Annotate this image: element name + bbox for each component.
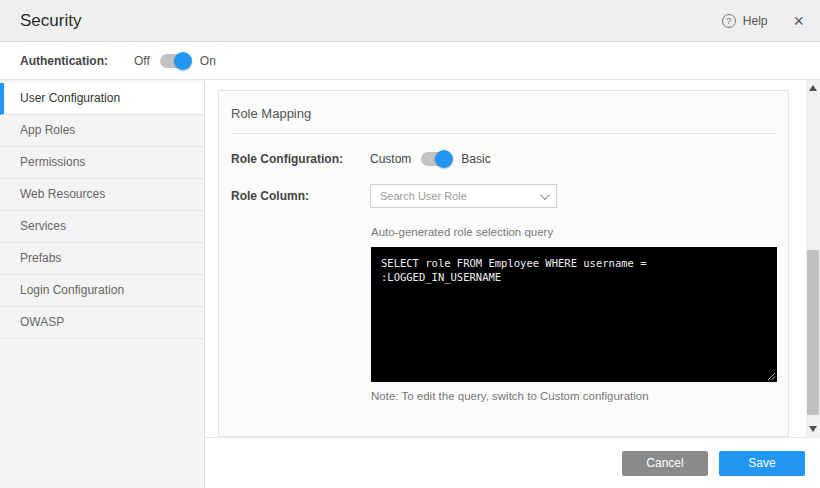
footer-actions: Cancel Save: [205, 437, 820, 488]
role-column-placeholder: Search User Role: [380, 190, 467, 202]
query-block: Auto-generated role selection query SELE…: [371, 226, 776, 402]
role-column-row: Role Column: Search User Role: [231, 184, 776, 208]
section-divider: [231, 133, 776, 134]
body: User Configuration App Roles Permissions…: [0, 80, 820, 488]
main-panel: Role Mapping Role Configuration: Custom …: [205, 80, 820, 488]
query-textarea[interactable]: SELECT role FROM Employee WHERE username…: [371, 247, 777, 382]
authentication-toggle-knob: [174, 52, 192, 70]
window-header: Security ? Help ×: [0, 0, 820, 42]
cancel-button[interactable]: Cancel: [622, 451, 708, 476]
sidebar-item-owasp[interactable]: OWASP: [0, 307, 204, 339]
query-note: Note: To edit the query, switch to Custo…: [371, 390, 776, 402]
sidebar-item-app-roles[interactable]: App Roles: [0, 115, 204, 147]
chevron-down-icon: [540, 190, 550, 200]
role-configuration-toggle-knob: [435, 150, 453, 168]
scroll-down-icon[interactable]: [809, 426, 817, 432]
scroll-up-icon[interactable]: [809, 85, 817, 91]
authentication-toggle[interactable]: [160, 54, 190, 68]
authentication-label: Authentication:: [20, 54, 108, 68]
sidebar-item-services[interactable]: Services: [0, 211, 204, 243]
role-mapping-card: Role Mapping Role Configuration: Custom …: [218, 90, 789, 437]
custom-option-label: Custom: [370, 152, 411, 166]
role-configuration-label: Role Configuration:: [231, 152, 370, 166]
role-configuration-toggle-group: Custom Basic: [370, 152, 491, 166]
sidebar: User Configuration App Roles Permissions…: [0, 80, 205, 488]
help-button[interactable]: ? Help: [722, 14, 768, 28]
authentication-bar: Authentication: Off On: [0, 42, 820, 80]
role-configuration-toggle[interactable]: [421, 152, 451, 166]
sidebar-item-login-configuration[interactable]: Login Configuration: [0, 275, 204, 307]
query-caption: Auto-generated role selection query: [371, 226, 776, 238]
scrollbar-thumb[interactable]: [807, 250, 819, 415]
sidebar-item-web-resources[interactable]: Web Resources: [0, 179, 204, 211]
role-configuration-row: Role Configuration: Custom Basic: [231, 152, 776, 166]
authentication-off-label: Off: [134, 54, 150, 68]
sidebar-item-user-configuration[interactable]: User Configuration: [0, 83, 204, 115]
section-title: Role Mapping: [219, 91, 788, 133]
close-icon[interactable]: ×: [793, 12, 804, 30]
save-button[interactable]: Save: [719, 451, 805, 476]
help-icon: ?: [722, 14, 736, 28]
vertical-scrollbar[interactable]: [806, 80, 820, 437]
sidebar-item-permissions[interactable]: Permissions: [0, 147, 204, 179]
authentication-toggle-group: Off On: [134, 54, 216, 68]
basic-option-label: Basic: [461, 152, 490, 166]
sidebar-item-prefabs[interactable]: Prefabs: [0, 243, 204, 275]
resize-grip-icon: [767, 372, 776, 381]
help-label: Help: [743, 14, 768, 28]
role-column-dropdown[interactable]: Search User Role: [370, 184, 557, 208]
role-column-label: Role Column:: [231, 189, 370, 203]
page-title: Security: [20, 11, 722, 31]
authentication-on-label: On: [200, 54, 216, 68]
